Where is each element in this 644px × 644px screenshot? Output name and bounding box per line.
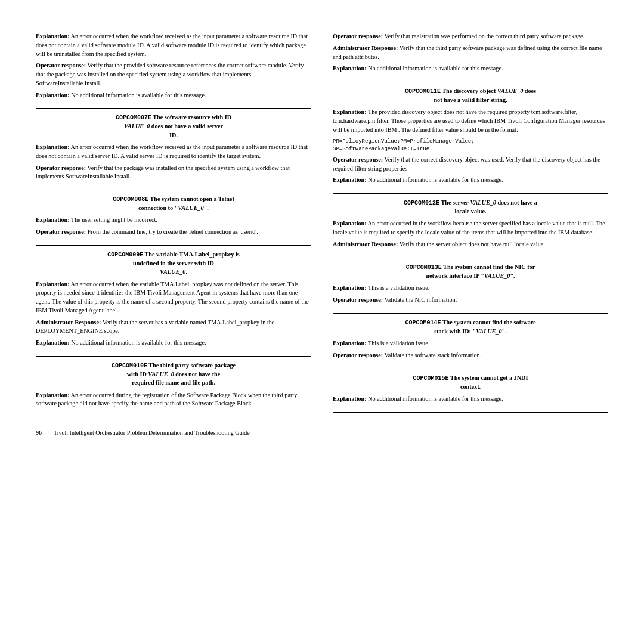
section-copcom015: COPCOM015E The system cannot get a JNDI …: [333, 374, 608, 404]
admin-012: Administrator Response: Verify that the …: [333, 240, 608, 249]
error-title-009: COPCOM009E The variable TMA.Label_propke…: [36, 250, 311, 277]
divider-012: [333, 193, 608, 194]
explanation-011: Explanation: The provided discovery obje…: [333, 108, 608, 134]
page-number: 96: [36, 429, 42, 436]
right-intro-block: Operator response: Verify that registrat…: [333, 32, 608, 73]
operator-007: Operator response: Verify that the packa…: [36, 164, 311, 182]
error-title-013: COPCOM013E The system cannot find the NI…: [333, 263, 608, 280]
error-title-014: COPCOM014E The system cannot find the so…: [333, 318, 608, 336]
operator-013: Operator response: Validate the NIC info…: [333, 296, 608, 305]
error-code-009: COPCOM009E: [107, 252, 143, 258]
error-code-015: COPCOM015E: [413, 375, 449, 382]
operator-014: Operator response: Validate the software…: [333, 351, 608, 360]
operator-right-1: Operator response: Verify that registrat…: [333, 32, 608, 41]
admin-right-1: Administrator Response: Verify that the …: [333, 44, 608, 62]
left-column: Explanation: An error occurred when the …: [36, 32, 311, 417]
explanation-012: Explanation: An error occurred in the wo…: [333, 219, 608, 237]
section-copcom012: COPCOM012E The server VALUE_0 does not h…: [333, 199, 608, 249]
explanation-008: Explanation: The user setting might be i…: [36, 216, 311, 225]
error-code-008: COPCOM008E: [113, 196, 148, 203]
divider-009: [36, 245, 311, 246]
divider-008: [36, 190, 311, 190]
explanation-010: Explanation: An error occurred during th…: [36, 391, 311, 409]
explanation-right-1: Explanation: No additional information i…: [333, 64, 608, 73]
explanation-009: Explanation: An error occurred when the …: [36, 280, 311, 315]
error-code-010: COPCOM010E: [112, 363, 147, 369]
divider-010: [36, 356, 311, 357]
divider-014: [333, 313, 608, 314]
divider-015: [333, 369, 608, 369]
admin-009: Administrator Response: Verify that the …: [36, 318, 311, 336]
explanation-009-2: Explanation: No additional information i…: [36, 339, 311, 348]
footer-title: Tivoli Intelligent Orchestrator Problem …: [54, 429, 250, 436]
operator-008: Operator response: From the command line…: [36, 228, 311, 237]
right-column: Operator response: Verify that registrat…: [333, 32, 608, 417]
section-copcom007: COPCOM007E The software resource with ID…: [36, 113, 311, 181]
explanation-007-1: Explanation: An error occurred when the …: [36, 143, 311, 161]
error-code-012: COPCOM012E: [404, 200, 439, 206]
explanation-2: Explanation: No additional information i…: [36, 91, 311, 100]
error-title-007: COPCOM007E The software resource with ID…: [36, 113, 311, 140]
section-copcom013: COPCOM013E The system cannot find the NI…: [333, 263, 608, 305]
section-copcom009: COPCOM009E The variable TMA.Label_propke…: [36, 250, 311, 348]
intro-block: Explanation: An error occurred when the …: [36, 32, 311, 100]
divider-013: [333, 258, 608, 258]
divider-007: [36, 108, 311, 109]
page-footer: 96 Tivoli Intelligent Orchestrator Probl…: [36, 429, 608, 436]
error-title-010: COPCOM010E The third party software pack…: [36, 361, 311, 388]
page-layout: Explanation: An error occurred when the …: [36, 32, 608, 417]
section-copcom008: COPCOM008E The system cannot open a Teln…: [36, 195, 311, 237]
divider-011: [333, 82, 608, 82]
code-block-011: PR=PolicyRegionValue;PM=ProfileManagerVa…: [333, 138, 608, 153]
error-code-014: COPCOM014E: [405, 320, 441, 326]
operator-response-1: Operator response: Verify that the provi…: [36, 61, 311, 88]
error-code-013: COPCOM013E: [406, 264, 442, 271]
explanation-011-2: Explanation: No additional information i…: [333, 176, 608, 185]
section-copcom014: COPCOM014E The system cannot find the so…: [333, 318, 608, 360]
error-code-011: COPCOM011E: [405, 88, 441, 95]
error-code-007: COPCOM007E: [116, 114, 151, 121]
section-copcom011: COPCOM011E The discovery object VALUE_0 …: [333, 87, 608, 185]
divider-end: [333, 412, 608, 413]
error-title-011: COPCOM011E The discovery object VALUE_0 …: [333, 87, 608, 104]
explanation-1: Explanation: An error occurred when the …: [36, 32, 311, 58]
explanation-015: Explanation: No additional information i…: [333, 395, 608, 404]
operator-011: Operator response: Verify that the corre…: [333, 156, 608, 174]
explanation-014: Explanation: This is a validation issue.: [333, 339, 608, 348]
error-title-008: COPCOM008E The system cannot open a Teln…: [36, 195, 311, 212]
error-title-012: COPCOM012E The server VALUE_0 does not h…: [333, 199, 608, 216]
explanation-013: Explanation: This is a validation issue.: [333, 284, 608, 293]
error-title-015: COPCOM015E The system cannot get a JNDI …: [333, 374, 608, 391]
section-copcom010: COPCOM010E The third party software pack…: [36, 361, 311, 408]
